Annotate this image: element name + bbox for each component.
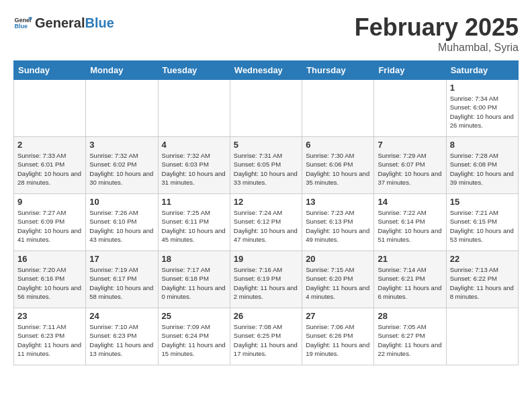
day-cell [86, 80, 158, 137]
day-number: 13 [306, 197, 370, 207]
month-title: February 2025 [355, 13, 519, 42]
day-info: Sunrise: 7:32 AM Sunset: 6:03 PM Dayligh… [162, 151, 226, 187]
day-info: Sunrise: 7:09 AM Sunset: 6:24 PM Dayligh… [162, 322, 226, 358]
day-info: Sunrise: 7:21 AM Sunset: 6:15 PM Dayligh… [450, 208, 515, 244]
day-cell: 15Sunrise: 7:21 AM Sunset: 6:15 PM Dayli… [446, 194, 518, 251]
day-number: 15 [450, 197, 515, 207]
day-cell: 6Sunrise: 7:30 AM Sunset: 6:06 PM Daylig… [302, 137, 374, 194]
week-row-3: 9Sunrise: 7:27 AM Sunset: 6:09 PM Daylig… [14, 194, 519, 251]
day-number: 3 [89, 140, 154, 150]
day-number: 25 [162, 311, 226, 321]
column-header-tuesday: Tuesday [158, 61, 230, 80]
week-row-4: 16Sunrise: 7:20 AM Sunset: 6:16 PM Dayli… [14, 251, 519, 308]
day-info: Sunrise: 7:31 AM Sunset: 6:05 PM Dayligh… [234, 151, 298, 187]
day-info: Sunrise: 7:24 AM Sunset: 6:12 PM Dayligh… [234, 208, 298, 244]
day-info: Sunrise: 7:20 AM Sunset: 6:16 PM Dayligh… [17, 265, 82, 301]
day-cell: 26Sunrise: 7:08 AM Sunset: 6:25 PM Dayli… [230, 308, 302, 365]
day-cell: 28Sunrise: 7:05 AM Sunset: 6:27 PM Dayli… [374, 308, 446, 365]
title-block: February 2025 Muhambal, Syria [355, 13, 519, 54]
day-cell: 25Sunrise: 7:09 AM Sunset: 6:24 PM Dayli… [158, 308, 230, 365]
day-info: Sunrise: 7:08 AM Sunset: 6:25 PM Dayligh… [234, 322, 298, 358]
day-info: Sunrise: 7:25 AM Sunset: 6:11 PM Dayligh… [162, 208, 226, 244]
day-number: 7 [378, 140, 442, 150]
day-cell: 19Sunrise: 7:16 AM Sunset: 6:19 PM Dayli… [230, 251, 302, 308]
logo-general: General [35, 15, 85, 30]
day-cell: 21Sunrise: 7:14 AM Sunset: 6:21 PM Dayli… [374, 251, 446, 308]
day-info: Sunrise: 7:26 AM Sunset: 6:10 PM Dayligh… [89, 208, 154, 244]
logo: General Blue GeneralBlue [13, 13, 114, 32]
day-info: Sunrise: 7:17 AM Sunset: 6:18 PM Dayligh… [162, 265, 226, 301]
day-cell: 14Sunrise: 7:22 AM Sunset: 6:14 PM Dayli… [374, 194, 446, 251]
day-number: 26 [234, 311, 298, 321]
day-cell: 22Sunrise: 7:13 AM Sunset: 6:22 PM Dayli… [446, 251, 518, 308]
day-cell: 7Sunrise: 7:29 AM Sunset: 6:07 PM Daylig… [374, 137, 446, 194]
day-info: Sunrise: 7:05 AM Sunset: 6:27 PM Dayligh… [378, 322, 442, 358]
day-info: Sunrise: 7:19 AM Sunset: 6:17 PM Dayligh… [89, 265, 154, 301]
day-number: 22 [450, 254, 515, 264]
day-number: 14 [378, 197, 442, 207]
day-info: Sunrise: 7:32 AM Sunset: 6:02 PM Dayligh… [89, 151, 154, 187]
day-info: Sunrise: 7:28 AM Sunset: 6:08 PM Dayligh… [450, 151, 515, 187]
day-cell: 23Sunrise: 7:11 AM Sunset: 6:23 PM Dayli… [14, 308, 86, 365]
week-row-5: 23Sunrise: 7:11 AM Sunset: 6:23 PM Dayli… [14, 308, 519, 365]
day-cell: 24Sunrise: 7:10 AM Sunset: 6:23 PM Dayli… [86, 308, 158, 365]
day-cell: 5Sunrise: 7:31 AM Sunset: 6:05 PM Daylig… [230, 137, 302, 194]
day-number: 27 [306, 311, 370, 321]
day-info: Sunrise: 7:33 AM Sunset: 6:01 PM Dayligh… [17, 151, 82, 187]
week-row-1: 1Sunrise: 7:34 AM Sunset: 6:00 PM Daylig… [14, 80, 519, 137]
svg-text:Blue: Blue [14, 23, 28, 30]
day-cell: 17Sunrise: 7:19 AM Sunset: 6:17 PM Dayli… [86, 251, 158, 308]
day-info: Sunrise: 7:34 AM Sunset: 6:00 PM Dayligh… [450, 94, 515, 130]
day-info: Sunrise: 7:10 AM Sunset: 6:23 PM Dayligh… [89, 322, 154, 358]
day-cell: 16Sunrise: 7:20 AM Sunset: 6:16 PM Dayli… [14, 251, 86, 308]
day-number: 9 [17, 197, 82, 207]
location-title: Muhambal, Syria [355, 42, 519, 54]
column-header-saturday: Saturday [446, 61, 518, 80]
day-info: Sunrise: 7:22 AM Sunset: 6:14 PM Dayligh… [378, 208, 442, 244]
day-number: 8 [450, 140, 515, 150]
day-cell: 8Sunrise: 7:28 AM Sunset: 6:08 PM Daylig… [446, 137, 518, 194]
day-number: 18 [162, 254, 226, 264]
day-info: Sunrise: 7:29 AM Sunset: 6:07 PM Dayligh… [378, 151, 442, 187]
day-info: Sunrise: 7:13 AM Sunset: 6:22 PM Dayligh… [450, 265, 515, 301]
day-cell: 2Sunrise: 7:33 AM Sunset: 6:01 PM Daylig… [14, 137, 86, 194]
day-number: 16 [17, 254, 82, 264]
day-cell: 3Sunrise: 7:32 AM Sunset: 6:02 PM Daylig… [86, 137, 158, 194]
day-info: Sunrise: 7:15 AM Sunset: 6:20 PM Dayligh… [306, 265, 370, 301]
day-number: 4 [162, 140, 226, 150]
day-cell: 4Sunrise: 7:32 AM Sunset: 6:03 PM Daylig… [158, 137, 230, 194]
column-header-wednesday: Wednesday [230, 61, 302, 80]
week-row-2: 2Sunrise: 7:33 AM Sunset: 6:01 PM Daylig… [14, 137, 519, 194]
day-cell: 20Sunrise: 7:15 AM Sunset: 6:20 PM Dayli… [302, 251, 374, 308]
day-cell: 1Sunrise: 7:34 AM Sunset: 6:00 PM Daylig… [446, 80, 518, 137]
day-number: 19 [234, 254, 298, 264]
day-number: 24 [89, 311, 154, 321]
logo-icon: General Blue [13, 13, 32, 32]
day-info: Sunrise: 7:23 AM Sunset: 6:13 PM Dayligh… [306, 208, 370, 244]
column-header-friday: Friday [374, 61, 446, 80]
column-header-thursday: Thursday [302, 61, 374, 80]
day-number: 20 [306, 254, 370, 264]
day-number: 5 [234, 140, 298, 150]
day-number: 10 [89, 197, 154, 207]
day-number: 2 [17, 140, 82, 150]
day-info: Sunrise: 7:11 AM Sunset: 6:23 PM Dayligh… [17, 322, 82, 358]
day-number: 12 [234, 197, 298, 207]
day-cell [374, 80, 446, 137]
day-cell: 18Sunrise: 7:17 AM Sunset: 6:18 PM Dayli… [158, 251, 230, 308]
day-number: 11 [162, 197, 226, 207]
day-cell [230, 80, 302, 137]
column-header-monday: Monday [86, 61, 158, 80]
day-cell: 11Sunrise: 7:25 AM Sunset: 6:11 PM Dayli… [158, 194, 230, 251]
day-cell [158, 80, 230, 137]
day-info: Sunrise: 7:14 AM Sunset: 6:21 PM Dayligh… [378, 265, 442, 301]
day-info: Sunrise: 7:16 AM Sunset: 6:19 PM Dayligh… [234, 265, 298, 301]
day-cell [446, 308, 518, 365]
logo-blue: Blue [85, 15, 114, 30]
day-info: Sunrise: 7:06 AM Sunset: 6:26 PM Dayligh… [306, 322, 370, 358]
day-cell: 13Sunrise: 7:23 AM Sunset: 6:13 PM Dayli… [302, 194, 374, 251]
day-cell: 9Sunrise: 7:27 AM Sunset: 6:09 PM Daylig… [14, 194, 86, 251]
day-info: Sunrise: 7:27 AM Sunset: 6:09 PM Dayligh… [17, 208, 82, 244]
column-header-sunday: Sunday [14, 61, 86, 80]
calendar-header-row: SundayMondayTuesdayWednesdayThursdayFrid… [14, 61, 519, 80]
